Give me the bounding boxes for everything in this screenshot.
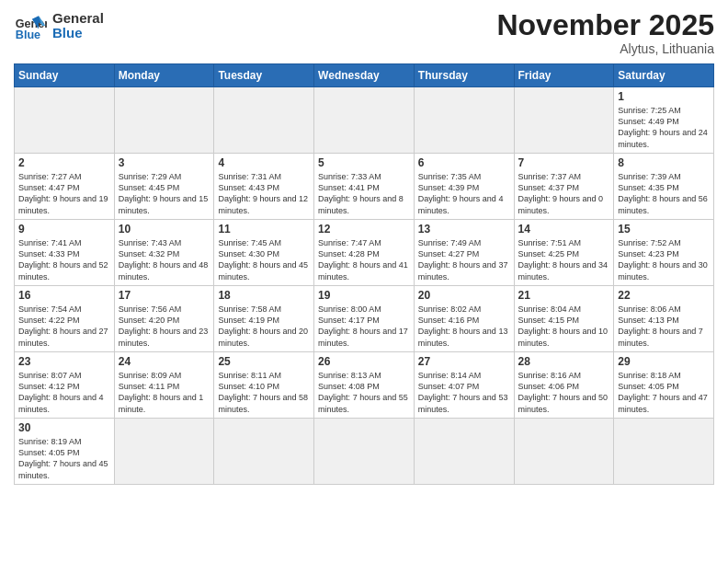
weekday-header-row: Sunday Monday Tuesday Wednesday Thursday… (15, 64, 714, 87)
day-16: 16 Sunrise: 7:54 AMSunset: 4:22 PMDaylig… (15, 286, 115, 352)
col-wednesday: Wednesday (314, 64, 415, 87)
logo-blue: Blue (52, 26, 104, 41)
logo: General Blue General Blue (14, 9, 104, 42)
day-2: 2 Sunrise: 7:27 AMSunset: 4:47 PMDayligh… (15, 154, 115, 220)
empty-cell (514, 419, 614, 485)
day-5: 5 Sunrise: 7:33 AMSunset: 4:41 PMDayligh… (314, 154, 415, 220)
empty-cell (414, 87, 514, 154)
day-1: 1 Sunrise: 7:25 AM Sunset: 4:49 PM Dayli… (614, 87, 714, 154)
day-20: 20 Sunrise: 8:02 AMSunset: 4:16 PMDaylig… (414, 286, 514, 352)
day-14: 14 Sunrise: 7:51 AMSunset: 4:25 PMDaylig… (514, 220, 614, 286)
day-15: 15 Sunrise: 7:52 AMSunset: 4:23 PMDaylig… (614, 220, 714, 286)
month-title: November 2025 (496, 9, 714, 41)
week-row-3: 9 Sunrise: 7:41 AMSunset: 4:33 PMDayligh… (15, 220, 714, 286)
empty-cell (514, 87, 614, 154)
day-19: 19 Sunrise: 8:00 AMSunset: 4:17 PMDaylig… (314, 286, 415, 352)
col-friday: Friday (514, 64, 614, 87)
day-10: 10 Sunrise: 7:43 AMSunset: 4:32 PMDaylig… (114, 220, 214, 286)
week-row-5: 23 Sunrise: 8:07 AMSunset: 4:12 PMDaylig… (15, 352, 714, 419)
day-13: 13 Sunrise: 7:49 AMSunset: 4:27 PMDaylig… (414, 220, 514, 286)
col-monday: Monday (114, 64, 214, 87)
day-25: 25 Sunrise: 8:11 AMSunset: 4:10 PMDaylig… (214, 352, 314, 419)
logo-general: General (52, 11, 104, 27)
day-22: 22 Sunrise: 8:06 AMSunset: 4:13 PMDaylig… (614, 286, 714, 352)
day-8: 8 Sunrise: 7:39 AMSunset: 4:35 PMDayligh… (614, 154, 714, 220)
day-29: 29 Sunrise: 8:18 AMSunset: 4:05 PMDaylig… (614, 352, 714, 419)
col-thursday: Thursday (414, 64, 514, 87)
day-9: 9 Sunrise: 7:41 AMSunset: 4:33 PMDayligh… (15, 220, 115, 286)
empty-cell (15, 87, 115, 154)
day-21: 21 Sunrise: 8:04 AMSunset: 4:15 PMDaylig… (514, 286, 614, 352)
week-row-6: 30 Sunrise: 8:19 AMSunset: 4:05 PMDaylig… (15, 419, 714, 485)
day-17: 17 Sunrise: 7:56 AMSunset: 4:20 PMDaylig… (114, 286, 214, 352)
day-26: 26 Sunrise: 8:13 AMSunset: 4:08 PMDaylig… (314, 352, 415, 419)
day-23: 23 Sunrise: 8:07 AMSunset: 4:12 PMDaylig… (15, 352, 115, 419)
day-27: 27 Sunrise: 8:14 AMSunset: 4:07 PMDaylig… (414, 352, 514, 419)
day-30: 30 Sunrise: 8:19 AMSunset: 4:05 PMDaylig… (15, 419, 115, 485)
calendar: Sunday Monday Tuesday Wednesday Thursday… (14, 63, 714, 485)
week-row-2: 2 Sunrise: 7:27 AMSunset: 4:47 PMDayligh… (15, 154, 714, 220)
week-row-4: 16 Sunrise: 7:54 AMSunset: 4:22 PMDaylig… (15, 286, 714, 352)
empty-cell (414, 419, 514, 485)
day-28: 28 Sunrise: 8:16 AMSunset: 4:06 PMDaylig… (514, 352, 614, 419)
page-header: General Blue General Blue November 2025 … (14, 9, 714, 56)
svg-text:Blue: Blue (16, 29, 40, 41)
col-saturday: Saturday (614, 64, 714, 87)
day-4: 4 Sunrise: 7:31 AMSunset: 4:43 PMDayligh… (214, 154, 314, 220)
empty-cell (114, 419, 214, 485)
week-row-1: 1 Sunrise: 7:25 AM Sunset: 4:49 PM Dayli… (15, 87, 714, 154)
day-24: 24 Sunrise: 8:09 AMSunset: 4:11 PMDaylig… (114, 352, 214, 419)
day-18: 18 Sunrise: 7:58 AMSunset: 4:19 PMDaylig… (214, 286, 314, 352)
day-6: 6 Sunrise: 7:35 AMSunset: 4:39 PMDayligh… (414, 154, 514, 220)
day-11: 11 Sunrise: 7:45 AMSunset: 4:30 PMDaylig… (214, 220, 314, 286)
page-container: General Blue General Blue November 2025 … (0, 0, 728, 489)
empty-cell (314, 419, 415, 485)
empty-cell (214, 419, 314, 485)
location: Alytus, Lithuania (496, 41, 714, 56)
day-7: 7 Sunrise: 7:37 AMSunset: 4:37 PMDayligh… (514, 154, 614, 220)
empty-cell (214, 87, 314, 154)
col-sunday: Sunday (15, 64, 115, 87)
empty-cell (314, 87, 415, 154)
empty-cell (614, 419, 714, 485)
day-3: 3 Sunrise: 7:29 AMSunset: 4:45 PMDayligh… (114, 154, 214, 220)
title-block: November 2025 Alytus, Lithuania (496, 9, 714, 56)
col-tuesday: Tuesday (214, 64, 314, 87)
logo-icon: General Blue (14, 9, 47, 42)
day-12: 12 Sunrise: 7:47 AMSunset: 4:28 PMDaylig… (314, 220, 415, 286)
empty-cell (114, 87, 214, 154)
